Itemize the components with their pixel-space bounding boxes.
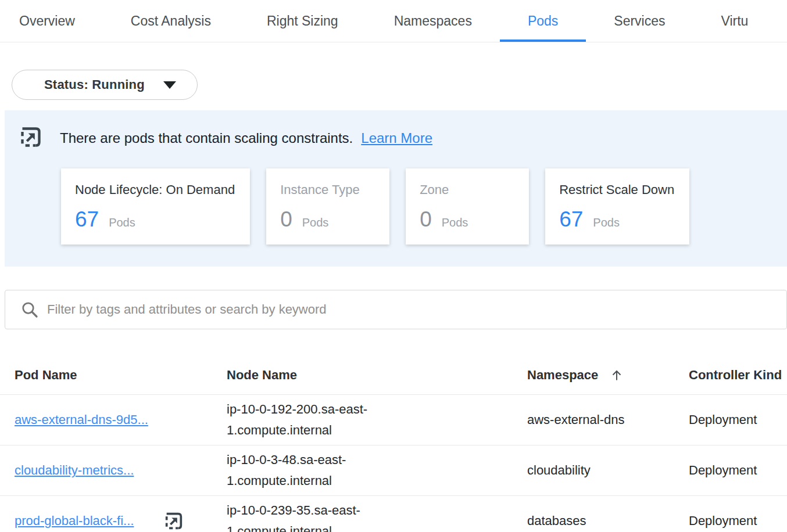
scaling-constraints-banner: There are pods that contain scaling cons…	[5, 110, 787, 267]
card-value: 0	[280, 207, 292, 232]
tab-namespaces[interactable]: Namespaces	[366, 0, 500, 42]
status-filter-label: Status: Running	[44, 77, 145, 92]
banner-message: There are pods that contain scaling cons…	[60, 130, 353, 146]
pod-name-link[interactable]: aws-external-dns-9d5...	[15, 409, 148, 430]
card-instance-type[interactable]: Instance Type 0 Pods	[266, 168, 389, 245]
tab-virtual[interactable]: Virtu	[693, 0, 777, 42]
controller-kind-cell: Deployment	[689, 409, 787, 430]
card-zone[interactable]: Zone 0 Pods	[406, 168, 529, 245]
card-value: 0	[420, 207, 432, 232]
table-header-row: Pod Name Node Name Namespace Controller …	[0, 356, 787, 394]
pod-name-cell: cloudability-metrics...	[15, 460, 227, 481]
pod-name-link[interactable]: prod-global-black-fi...	[15, 511, 134, 531]
card-title: Instance Type	[280, 182, 374, 197]
table-row: prod-global-black-fi... ip-10-0-239-35.s…	[0, 495, 787, 532]
scale-out-icon	[164, 511, 184, 531]
table-row: aws-external-dns-9d5... ip-10-0-192-200.…	[0, 394, 787, 445]
card-restrict-scale-down[interactable]: Restrict Scale Down 67 Pods	[545, 168, 689, 245]
card-title: Node Lifecycle: On Demand	[75, 182, 235, 197]
status-filter-dropdown[interactable]: Status: Running	[12, 70, 198, 100]
search-icon	[21, 301, 38, 318]
pods-table: Pod Name Node Name Namespace Controller …	[0, 356, 787, 532]
namespace-cell: databases	[527, 511, 689, 531]
learn-more-link[interactable]: Learn More	[361, 130, 432, 146]
pod-name-link[interactable]: cloudability-metrics...	[15, 460, 134, 481]
tab-overview[interactable]: Overview	[0, 0, 103, 42]
tab-services[interactable]: Services	[586, 0, 693, 42]
namespace-cell: aws-external-dns	[527, 409, 689, 430]
constraint-cards: Node Lifecycle: On Demand 67 Pods Instan…	[61, 168, 787, 245]
tab-right-sizing[interactable]: Right Sizing	[239, 0, 366, 42]
namespace-cell: cloudability	[527, 460, 689, 481]
card-title: Restrict Scale Down	[559, 182, 674, 197]
column-header-controller-kind[interactable]: Controller Kind	[689, 368, 787, 383]
node-name-cell: ip-10-0-192-200.sa-east-1.compute.intern…	[227, 399, 527, 441]
card-unit: Pods	[593, 216, 620, 229]
tab-pods[interactable]: Pods	[500, 0, 586, 42]
node-name-cell: ip-10-0-239-35.sa-east-1.compute.interna…	[227, 500, 527, 532]
card-unit: Pods	[302, 216, 329, 229]
card-value: 67	[559, 207, 583, 232]
tab-cost-analysis[interactable]: Cost Analysis	[103, 0, 239, 42]
card-unit: Pods	[109, 216, 135, 229]
controller-kind-cell: Deployment	[689, 511, 787, 531]
card-node-lifecycle[interactable]: Node Lifecycle: On Demand 67 Pods	[61, 168, 250, 245]
filter-search-box[interactable]	[5, 290, 787, 329]
pod-name-cell: prod-global-black-fi...	[15, 511, 227, 531]
card-value: 67	[75, 207, 99, 232]
card-title: Zone	[420, 182, 514, 197]
sort-ascending-icon[interactable]	[610, 368, 624, 382]
node-name-cell: ip-10-0-3-48.sa-east-1.compute.internal	[227, 450, 527, 491]
pod-name-cell: aws-external-dns-9d5...	[15, 409, 227, 430]
card-unit: Pods	[442, 216, 468, 229]
search-input[interactable]	[47, 302, 775, 317]
table-row: cloudability-metrics... ip-10-0-3-48.sa-…	[0, 445, 787, 495]
column-header-namespace[interactable]: Namespace	[527, 368, 689, 383]
column-header-pod-name[interactable]: Pod Name	[15, 368, 227, 383]
controller-kind-cell: Deployment	[689, 460, 787, 481]
tab-bar: Overview Cost Analysis Right Sizing Name…	[0, 0, 787, 42]
caret-down-icon	[163, 81, 176, 89]
column-header-node-name[interactable]: Node Name	[227, 368, 527, 383]
scale-out-icon	[19, 125, 42, 151]
